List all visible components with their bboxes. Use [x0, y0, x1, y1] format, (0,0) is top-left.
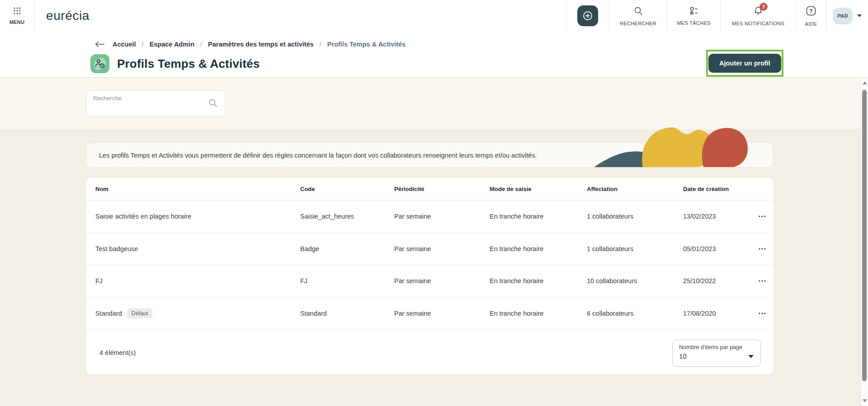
breadcrumb-accueil[interactable]: Accueil — [113, 41, 136, 48]
cell-affectation: 10 collaborateurs — [587, 277, 683, 285]
cell-date: 17/08/2020 — [683, 310, 755, 317]
ellipsis-icon[interactable] — [755, 277, 769, 285]
search-field[interactable]: Recherche — [86, 90, 225, 117]
help-label: AIDE — [805, 21, 817, 27]
column-header-nom: Nom — [86, 186, 300, 192]
table-footer: 4 élément(s) Nombre d'items par page 10 — [86, 330, 773, 374]
tasks-icon — [689, 6, 698, 17]
vertical-scrollbar[interactable] — [861, 78, 868, 406]
notifications-label: MES NOTIFICATIONS — [732, 21, 784, 26]
cell-periodicite: Par semaine — [394, 213, 490, 220]
search-icon — [633, 6, 643, 18]
breadcrumb: Accueil / Espace Admin / Paramètres des … — [94, 41, 406, 48]
cell-periodicite: Par semaine — [394, 277, 490, 285]
column-header-date: Date de création — [683, 186, 755, 192]
page-title: Profils Temps & Activités — [117, 57, 260, 71]
caret-down-icon — [748, 355, 754, 358]
column-header-mode: Mode de saisie — [490, 186, 587, 192]
menu-grid-icon — [13, 7, 21, 17]
column-header-affectation: Affectation — [587, 186, 683, 192]
ellipsis-icon[interactable] — [755, 245, 769, 253]
scrollbar-thumb[interactable] — [862, 90, 867, 381]
caret-down-icon — [857, 14, 862, 17]
back-arrow-icon[interactable] — [94, 41, 105, 48]
table-row[interactable]: FJ FJ Par semaine En tranche horaire 10 … — [86, 265, 773, 298]
items-count: 4 élément(s) — [99, 349, 136, 356]
search-input[interactable] — [93, 102, 202, 109]
search-field-magnifier-icon — [208, 98, 218, 110]
decorative-shapes — [590, 124, 752, 167]
profiles-table: Nom Code Périodicité Mode de saisie Affe… — [86, 178, 773, 374]
svg-text:?: ? — [809, 8, 812, 14]
user-menu[interactable]: PAD — [826, 0, 868, 32]
items-per-page-value: 10 — [679, 352, 754, 360]
info-banner-text: Les profils Temps et Activités vous perm… — [99, 152, 537, 159]
my-tasks-button[interactable]: MES TÂCHES — [667, 0, 720, 32]
cell-nom: Test badgeuse — [95, 245, 138, 252]
cell-code: Badge — [300, 245, 394, 252]
breadcrumb-parametres[interactable]: Paramètres des temps et activités — [208, 41, 314, 48]
avatar: PAD — [833, 8, 853, 24]
notifications-count-badge: 7 — [760, 3, 768, 11]
profile-clock-icon — [90, 54, 109, 73]
ellipsis-icon[interactable] — [755, 309, 769, 317]
plus-circle-icon — [577, 5, 598, 26]
topbar-actions: RECHERCHER MES TÂCHES 7 — [566, 0, 868, 32]
topbar-search-button[interactable]: RECHERCHER — [609, 0, 667, 32]
menu-label: MENU — [9, 19, 24, 25]
ellipsis-icon[interactable] — [755, 212, 769, 220]
cell-date: 05/01/2023 — [683, 245, 755, 252]
filter-section: Recherche — [0, 78, 868, 129]
notifications-button[interactable]: 7 MES NOTIFICATIONS — [720, 0, 796, 32]
breadcrumb-espace-admin[interactable]: Espace Admin — [150, 41, 194, 48]
column-header-periodicite: Périodicité — [394, 186, 490, 192]
page-header: Accueil / Espace Admin / Paramètres des … — [0, 32, 868, 78]
eurecia-logo: eurécia — [46, 0, 90, 32]
cell-nom: Standard — [95, 310, 122, 317]
table-header-row: Nom Code Périodicité Mode de saisie Affe… — [86, 178, 773, 201]
table-row[interactable]: Standard Défaut Standard Par semaine En … — [86, 298, 773, 330]
cell-periodicite: Par semaine — [394, 310, 490, 317]
cell-mode: En tranche horaire — [490, 245, 587, 252]
help-button[interactable]: ? AIDE — [796, 0, 826, 32]
search-field-label: Recherche — [93, 95, 218, 102]
table-row[interactable]: Saisie activités en plages horaire Saisi… — [86, 201, 773, 233]
cell-affectation: 6 collaborateurs — [587, 310, 683, 317]
scroll-up-arrow-icon[interactable] — [863, 81, 867, 84]
quick-add-button[interactable] — [566, 0, 609, 32]
cell-nom: FJ — [95, 277, 103, 285]
cell-mode: En tranche horaire — [490, 310, 587, 317]
add-profile-button[interactable]: Ajouter un profil — [708, 54, 781, 73]
default-badge: Défaut — [127, 308, 152, 318]
breadcrumb-separator: / — [200, 41, 202, 48]
cell-code: FJ — [300, 277, 394, 285]
main-content: Les profils Temps et Activités vous perm… — [0, 129, 868, 406]
info-banner: Les profils Temps et Activités vous perm… — [86, 143, 773, 168]
cell-affectation: 1 collaborateurs — [587, 245, 683, 252]
column-header-code: Code — [300, 186, 394, 192]
items-per-page-select[interactable]: Nombre d'items par page 10 — [672, 340, 761, 367]
menu-button[interactable]: MENU — [0, 0, 34, 32]
cell-periodicite: Par semaine — [394, 245, 490, 252]
cell-mode: En tranche horaire — [490, 213, 587, 220]
cell-mode: En tranche horaire — [490, 277, 587, 285]
topbar: MENU eurécia RECHERCHER — [0, 0, 868, 32]
cell-affectation: 1 collaborateurs — [587, 213, 683, 220]
table-row[interactable]: Test badgeuse Badge Par semaine En tranc… — [86, 233, 773, 266]
title-row: Profils Temps & Activités — [90, 54, 260, 73]
bell-icon: 7 — [753, 6, 763, 18]
my-tasks-label: MES TÂCHES — [677, 20, 710, 26]
cell-date: 25/10/2022 — [683, 277, 755, 285]
breadcrumb-separator: / — [320, 41, 321, 48]
items-per-page-label: Nombre d'items par page — [679, 344, 754, 350]
agent-highlight-box: Ajouter un profil — [706, 50, 783, 77]
breadcrumb-separator: / — [142, 41, 144, 48]
breadcrumb-current: Profils Temps & Activités — [327, 41, 406, 48]
topbar-search-label: RECHERCHER — [620, 21, 656, 26]
scroll-down-arrow-icon[interactable] — [863, 399, 867, 402]
cell-nom: Saisie activités en plages horaire — [95, 213, 191, 220]
help-icon: ? — [806, 5, 816, 18]
cell-code: Saisie_act_heures — [300, 213, 394, 220]
cell-code: Standard — [300, 310, 394, 317]
cell-date: 13/02/2023 — [683, 213, 755, 220]
